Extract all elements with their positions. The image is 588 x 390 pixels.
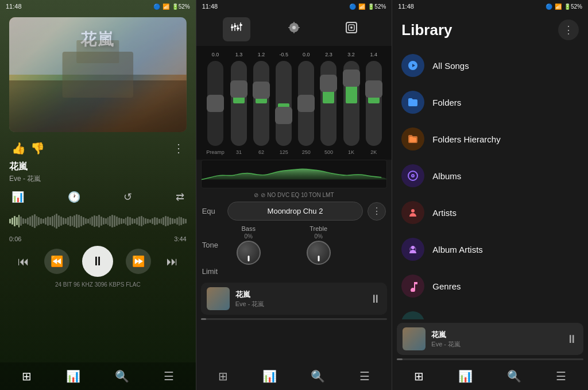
library-item-folders[interactable]: Folders	[392, 84, 588, 121]
eq-track-500[interactable]	[320, 61, 336, 146]
eq-track-31[interactable]	[231, 61, 247, 146]
eq-track-2k[interactable]	[366, 61, 382, 146]
library-mini-title: 花嵐	[431, 330, 560, 340]
eq-handle-preamp[interactable]	[207, 95, 224, 112]
nav-chart-2[interactable]: 📊	[257, 367, 283, 385]
nav-chart-3[interactable]: 📊	[452, 367, 478, 385]
eq-track-125[interactable]	[276, 61, 292, 146]
eq-mini-player[interactable]: 花嵐 Eve - 花嵐 ⏸	[201, 283, 388, 315]
albums-icon	[401, 164, 424, 187]
library-item-artists[interactable]: Artists	[392, 194, 588, 231]
shuffle-button[interactable]: ⇄	[173, 188, 187, 206]
nav-search-2[interactable]: 🔍	[305, 367, 331, 385]
library-item-all-songs[interactable]: All Songs	[392, 47, 588, 84]
track-title: 花嵐	[9, 161, 187, 173]
dislike-button[interactable]: 👎	[28, 139, 47, 157]
genres-icon	[401, 275, 424, 298]
library-panel: 11:48 🔵 📶 🔋52% Library ⋮ All Songs	[392, 0, 588, 390]
nav-menu-3[interactable]: ☰	[550, 367, 572, 385]
eq-channel-500: 2.3 500	[320, 52, 336, 155]
library-item-albums[interactable]: Albums	[392, 157, 588, 194]
skip-forward-button[interactable]: ⏭	[164, 253, 180, 271]
eq-value-125: -0.5	[279, 52, 288, 57]
time-2: 11:48	[202, 3, 218, 10]
bass-value: 0%	[244, 233, 252, 240]
library-title: Library	[401, 21, 452, 39]
eq-label-1k: 1K	[348, 149, 354, 155]
skip-back-button[interactable]: ⏮	[16, 253, 32, 271]
album-artists-label: Album Artists	[432, 245, 483, 254]
preset-more-button[interactable]: ⋮	[368, 202, 386, 221]
library-item-genres[interactable]: Genres	[392, 268, 588, 304]
eq-preset-row: Equ Moondrop Chu 2 ⋮	[202, 202, 386, 221]
library-mini-art	[403, 327, 425, 350]
tone-label: Tone	[202, 241, 223, 249]
eq-mini-pause-button[interactable]: ⏸	[370, 292, 381, 306]
library-mini-artist: Eve - 花嵐	[431, 340, 560, 349]
secondary-controls: 📊 🕐 ↺ ⇄	[0, 186, 196, 208]
artists-label: Artists	[432, 208, 457, 218]
nav-chart-1[interactable]: 📊	[60, 367, 86, 385]
eq-bottom-progress[interactable]	[201, 318, 388, 320]
svg-point-18	[412, 175, 413, 176]
eq-track-62[interactable]	[253, 61, 269, 146]
nav-grid-3[interactable]: ⊞	[408, 367, 430, 385]
settings-button[interactable]	[280, 17, 308, 41]
genres-label: Genres	[432, 281, 461, 291]
eq-handle-250[interactable]	[297, 95, 315, 112]
nav-grid-2[interactable]: ⊞	[212, 367, 234, 385]
like-button[interactable]: 👍	[9, 139, 28, 157]
eq-handle-31[interactable]	[230, 80, 247, 98]
surround-button[interactable]	[338, 17, 365, 41]
preset-selector[interactable]: Moondrop Chu 2	[227, 202, 363, 221]
folders-label: Folders	[432, 98, 461, 107]
svg-rect-10	[237, 28, 239, 29]
eq-track-preamp[interactable]	[207, 61, 223, 146]
mixer-icon	[230, 21, 243, 34]
rewind-button[interactable]: ⏪	[44, 249, 69, 274]
library-item-years[interactable]: 20 Years	[392, 304, 588, 319]
all-songs-icon	[401, 54, 424, 77]
library-bottom-progress[interactable]	[397, 358, 583, 360]
svg-rect-8	[231, 26, 234, 28]
visualizer-button[interactable]: 📊	[9, 188, 26, 206]
library-mini-pause-button[interactable]: ⏸	[566, 333, 578, 346]
library-header: Library ⋮	[392, 13, 588, 45]
nav-search-3[interactable]: 🔍	[501, 367, 527, 385]
nav-search-1[interactable]: 🔍	[109, 367, 135, 385]
time-1: 11:48	[6, 3, 22, 10]
eq-frequency-response	[201, 160, 388, 188]
library-mini-player[interactable]: 花嵐 Eve - 花嵐 ⏸	[397, 323, 583, 355]
library-item-folders-hierarchy[interactable]: Folders Hierarchy	[392, 121, 588, 157]
eq-track-1k[interactable]	[343, 61, 359, 146]
history-button[interactable]: 🕐	[65, 188, 83, 206]
nav-grid-1[interactable]: ⊞	[16, 367, 37, 385]
repeat-button[interactable]: ↺	[121, 188, 134, 206]
eq-mini-art	[207, 287, 230, 310]
svg-rect-3	[76, 40, 119, 63]
eq-track-250[interactable]	[298, 61, 314, 146]
library-mini-info: 花嵐 Eve - 花嵐	[431, 330, 560, 349]
eq-handle-62[interactable]	[253, 82, 270, 99]
treble-knob[interactable]	[307, 241, 331, 265]
library-item-album-artists[interactable]: Album Artists	[392, 231, 588, 268]
waveform: (function() { const heights = [8,12,18,1…	[9, 210, 187, 232]
eq-label-2k: 2K	[370, 149, 377, 155]
nav-menu-1[interactable]: ☰	[158, 367, 180, 385]
nav-menu-2[interactable]: ☰	[354, 367, 376, 385]
eq-handle-1k[interactable]	[343, 69, 360, 87]
eq-handle-500[interactable]	[320, 75, 337, 92]
mixer-button[interactable]	[223, 17, 250, 41]
eq-handle-125[interactable]	[275, 107, 292, 124]
library-more-button[interactable]: ⋮	[558, 20, 579, 40]
eq-channel-62: 1.2 62	[253, 52, 269, 155]
more-button[interactable]: ⋮	[171, 139, 187, 157]
waveform-container[interactable]: (function() { const heights = [8,12,18,1…	[0, 208, 196, 235]
bass-knob[interactable]	[237, 241, 261, 265]
eq-header	[196, 13, 392, 46]
eq-handle-2k[interactable]	[365, 80, 382, 98]
eq-sliders: 0.0 Preamp 1.3 31 1.2	[201, 52, 388, 155]
forward-button[interactable]: ⏩	[126, 249, 151, 274]
pause-button[interactable]: ⏸	[82, 246, 113, 277]
eq-value-31: 1.3	[235, 52, 243, 57]
